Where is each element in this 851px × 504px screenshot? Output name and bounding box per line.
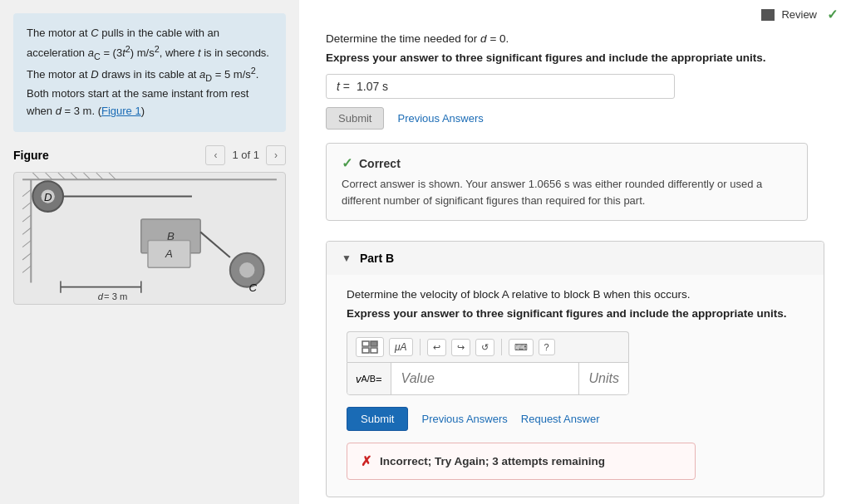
part-b-body: Determine the velocity of block A relati… [327, 275, 824, 497]
part-b-question: Determine the velocity of block A relati… [347, 288, 804, 301]
grid-icon [362, 340, 378, 354]
svg-rect-36 [362, 348, 369, 353]
content-body: Determine the time needed for d = 0. Exp… [299, 26, 851, 504]
check-icon: ✓ [827, 7, 838, 22]
svg-rect-34 [362, 341, 369, 346]
figure-nav: ‹ 1 of 1 › [205, 145, 286, 165]
incorrect-msg: Incorrect; Try Again; 3 attempts remaini… [380, 455, 605, 467]
collapse-arrow-icon: ▼ [342, 252, 352, 264]
part-a-answer-label: t = [337, 80, 350, 93]
problem-text: The motor at C pulls in the cable with a… [13, 13, 286, 132]
main-content: Review ✓ Determine the time needed for d… [299, 0, 851, 504]
toolbar-mu-button[interactable]: μA [389, 338, 413, 356]
prev-figure-button[interactable]: ‹ [205, 145, 225, 165]
svg-text:d: d [98, 291, 104, 301]
part-b-instruction: Express your answer to three significant… [347, 307, 804, 320]
figure-section: Figure ‹ 1 of 1 › [13, 145, 286, 305]
svg-text:A: A [165, 247, 173, 260]
part-a-section: Determine the time needed for d = 0. Exp… [326, 32, 824, 221]
request-answer-link[interactable]: Request Answer [521, 413, 600, 425]
part-b-header[interactable]: ▼ Part B [327, 242, 824, 275]
part-a-instruction: Express your answer to three significant… [326, 51, 824, 64]
toolbar-undo-button[interactable]: ↩ [427, 339, 446, 356]
value-units-row: vA/B = [347, 362, 629, 395]
toolbar-grid-button[interactable] [356, 337, 384, 357]
mu-label: μA [395, 341, 407, 353]
part-b-title: Part B [360, 252, 394, 265]
svg-rect-37 [371, 348, 377, 353]
value-input[interactable] [391, 363, 579, 394]
keyboard-icon: ⌨ [514, 342, 528, 353]
redo-icon: ↪ [457, 342, 465, 353]
part-a-submit-row: Submit Previous Answers [326, 107, 824, 130]
figure-diagram: D B A C d = 3 m [14, 173, 285, 304]
reset-icon: ↺ [481, 342, 489, 353]
part-b-submit-button[interactable]: Submit [347, 407, 408, 431]
next-figure-button[interactable]: › [266, 145, 286, 165]
top-bar: Review ✓ [299, 0, 851, 26]
part-b-section: ▼ Part B Determine the velocity of block… [326, 241, 824, 497]
svg-text:C: C [249, 281, 258, 294]
toolbar-keyboard-button[interactable]: ⌨ [509, 339, 534, 356]
correct-title: Correct [359, 157, 401, 170]
vu-label: vA/B = [347, 363, 391, 394]
figure-image: D B A C d = 3 m [13, 172, 286, 305]
review-label: Review [781, 8, 817, 21]
svg-rect-35 [371, 341, 377, 346]
undo-icon: ↩ [433, 342, 440, 353]
toolbar-help-button[interactable]: ? [539, 339, 555, 355]
part-b-submit-row: Submit Previous Answers Request Answer [347, 407, 804, 431]
correct-box: ✓ Correct Correct answer is shown. Your … [326, 143, 808, 221]
toolbar-sep-2 [501, 339, 502, 355]
toolbar-redo-button[interactable]: ↪ [451, 339, 470, 356]
review-link[interactable]: Review [761, 8, 817, 21]
part-a-prev-answers-link[interactable]: Previous Answers [397, 112, 483, 125]
correct-check-icon: ✓ [342, 155, 352, 171]
incorrect-box: ✗ Incorrect; Try Again; 3 attempts remai… [347, 443, 696, 480]
sidebar: The motor at C pulls in the cable with a… [0, 0, 299, 504]
units-input[interactable] [579, 363, 629, 394]
math-toolbar: μA ↩ ↪ ↺ [347, 331, 629, 362]
part-a-submit-button[interactable]: Submit [326, 107, 384, 130]
figure-page: 1 of 1 [232, 149, 259, 161]
part-a-question: Determine the time needed for d = 0. [326, 32, 824, 45]
svg-point-26 [239, 262, 254, 277]
review-icon [761, 9, 775, 21]
part-a-answer-value: 1.07 s [357, 80, 664, 93]
toolbar-sep-1 [420, 339, 421, 355]
x-icon: ✗ [361, 453, 371, 469]
figure-label: Figure [13, 149, 49, 162]
svg-text:= 3 m: = 3 m [104, 291, 127, 301]
correct-body: Correct answer is shown. Your answer 1.0… [342, 176, 792, 208]
part-a-answer-row: t = 1.07 s [326, 74, 675, 99]
toolbar-reset-button[interactable]: ↺ [475, 339, 494, 356]
svg-text:D: D [44, 190, 52, 203]
part-b-prev-answers-link[interactable]: Previous Answers [421, 413, 507, 425]
help-icon: ? [544, 342, 549, 352]
